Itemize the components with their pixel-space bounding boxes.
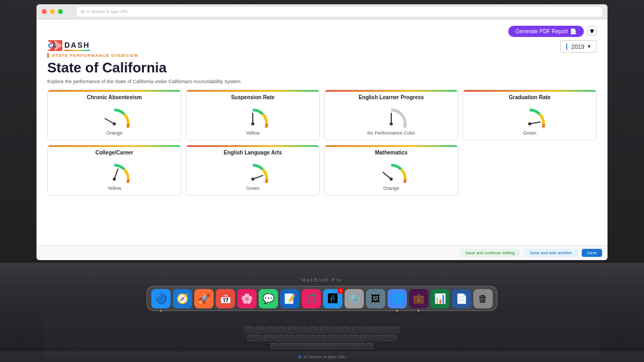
svg-point-22 [252, 178, 254, 180]
metric-color-label-english-learner-progress: No Performance Color [330, 130, 452, 136]
metric-title-english-language-arts: English Language Arts [192, 150, 314, 156]
svg-line-24 [383, 172, 391, 179]
dock-item-calendar[interactable]: 📅 [216, 289, 235, 308]
close-window-btn[interactable] [42, 9, 47, 14]
laptop-bottom: MacBook Pro 🔵🧭🚀📅🌸💬📝🎵🅰5⚙️🖼🌐💼📊📄🗑 [0, 263, 644, 362]
top-bar: Generate PDF Report 📄 ▾ [47, 26, 597, 37]
dock-item-appstore[interactable]: 🅰5 [323, 289, 342, 308]
svg-point-25 [390, 178, 392, 180]
metric-color-label-chronic-absenteeism: Orange [53, 130, 175, 136]
svg-point-16 [529, 123, 531, 125]
key [384, 327, 399, 333]
dock-item-word[interactable]: 📝 [280, 289, 299, 308]
key [349, 335, 359, 341]
dock-item-safari[interactable]: 🧭 [173, 289, 192, 308]
dock-item-image-capture[interactable]: 🖼 [366, 289, 385, 308]
key [255, 327, 265, 333]
keyboard-row-3 [270, 343, 374, 349]
gauge-suspension-rate [192, 102, 314, 129]
metric-title-chronic-absenteeism: Chronic Absenteeism [53, 94, 175, 100]
key [363, 327, 372, 333]
google-search-bar[interactable]: G G Search or type URL [0, 351, 644, 362]
key [277, 327, 287, 333]
key [320, 327, 330, 333]
metric-color-label-college-career: Yellow [53, 186, 175, 191]
key [339, 335, 348, 341]
calendar-icon: 📅 [219, 293, 231, 305]
gauge-english-learner-progress [330, 102, 452, 129]
minimize-window-btn[interactable] [50, 9, 55, 14]
dock-item-finder[interactable]: 🔵 [151, 289, 171, 308]
save-add-another-button[interactable]: Save and add another [524, 249, 577, 257]
dock-item-music[interactable]: 🎵 [302, 289, 321, 308]
metric-color-label-suspension-rate: Yellow [192, 130, 314, 136]
key [341, 327, 351, 333]
logo-area: CA DASH [47, 40, 241, 51]
dock-item-messages[interactable]: 💬 [259, 289, 278, 308]
photos-icon: 🌸 [241, 293, 253, 305]
dock: 🔵🧭🚀📅🌸💬📝🎵🅰5⚙️🖼🌐💼📊📄🗑 [147, 286, 497, 311]
finder-icon: 🔵 [155, 293, 167, 305]
appstore-icon: 🅰 [328, 293, 338, 305]
key [274, 335, 284, 341]
web-content: Generate PDF Report 📄 ▾ CA [36, 19, 608, 260]
metric-card-suspension-rate[interactable]: Suspension Rate Yellow [186, 90, 320, 141]
dock-item-slack[interactable]: 💼 [409, 289, 428, 308]
gauge-mathematics [330, 158, 452, 184]
safari-icon: 🧭 [177, 293, 188, 305]
maximize-window-btn[interactable] [58, 9, 63, 14]
gauge-college-career [53, 158, 175, 184]
performance-overview-label: STATE PERFORMANCE OVERVIEW [47, 53, 241, 58]
dock-item-photos[interactable]: 🌸 [237, 289, 257, 308]
image-capture-icon: 🖼 [371, 293, 380, 305]
dock-item-launchpad[interactable]: 🚀 [194, 289, 214, 308]
key [288, 327, 297, 333]
spacebar-key[interactable] [279, 343, 365, 349]
svg-line-15 [530, 122, 540, 124]
metric-title-english-learner-progress: English Learner Progress [330, 94, 452, 100]
key [296, 335, 305, 341]
metric-card-english-language-arts[interactable]: English Language Arts Green [186, 145, 320, 196]
launchpad-icon: 🚀 [198, 293, 210, 305]
macbook-label: MacBook Pro [302, 277, 342, 283]
bottom-action-bar: Save and continue editing Save and add a… [36, 245, 608, 260]
system-prefs-icon: ⚙️ [348, 293, 360, 305]
metric-card-chronic-absenteeism[interactable]: Chronic Absenteeism Orange [47, 90, 181, 141]
save-continue-editing-button[interactable]: Save and continue editing [460, 249, 520, 257]
dock-item-excel[interactable]: 📊 [430, 289, 450, 308]
dock-item-system-prefs[interactable]: ⚙️ [345, 289, 364, 308]
dock-item-word2[interactable]: 📄 [452, 289, 471, 308]
metric-card-college-career[interactable]: College/Career Yellow [47, 145, 181, 196]
dock-item-chrome[interactable]: 🌐 [387, 289, 407, 308]
year-selector[interactable]: 2019 ▾ [560, 40, 597, 53]
pdf-icon: 📄 [570, 28, 576, 34]
laptop-shell: G G Search or type URL Generate PDF Repo… [0, 0, 644, 362]
address-bar[interactable]: G G Search or type URL [77, 7, 602, 17]
key [264, 335, 273, 341]
save-button[interactable]: Save [582, 249, 602, 257]
state-description: Explore the performance of the State of … [47, 78, 241, 85]
keyboard-row-1 [245, 327, 399, 333]
year-value: 2019 [566, 43, 584, 50]
trash-icon: 🗑 [478, 293, 488, 305]
generate-pdf-label: Generate PDF Report [516, 28, 568, 34]
key [306, 335, 316, 341]
music-icon: 🎵 [305, 293, 317, 305]
dock-badge-appstore: 5 [338, 287, 344, 294]
excel-icon: 📊 [434, 293, 446, 305]
metric-color-label-english-language-arts: Green [192, 186, 314, 191]
year-dropdown-icon: ▾ [588, 43, 591, 50]
metric-title-mathematics: Mathematics [330, 150, 452, 156]
svg-text:CA: CA [48, 43, 56, 49]
key [360, 335, 370, 341]
generate-pdf-button[interactable]: Generate PDF Report 📄 [508, 26, 584, 37]
dropdown-selector[interactable]: ▾ [587, 26, 597, 35]
chrome-icon: 🌐 [391, 293, 403, 305]
key [270, 343, 278, 349]
key [298, 327, 308, 333]
slack-icon: 💼 [413, 293, 425, 305]
dock-item-trash[interactable]: 🗑 [473, 289, 493, 308]
metric-card-graduation-rate[interactable]: Graduation Rate Green [463, 90, 597, 141]
metric-card-english-learner-progress[interactable]: English Learner Progress No Performance … [324, 90, 458, 141]
metric-card-mathematics[interactable]: Mathematics Orange [324, 145, 458, 196]
